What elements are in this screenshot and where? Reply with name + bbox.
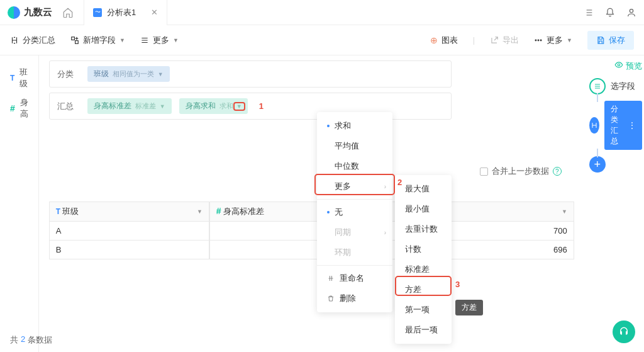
chevron-down-icon: ▼ xyxy=(567,37,572,43)
tab-analysis1[interactable]: 〜 分析表1 ✕ xyxy=(84,0,167,25)
plus-icon[interactable]: + xyxy=(589,156,606,173)
user-icon[interactable] xyxy=(626,8,636,18)
dd-stddev[interactable]: 标准差 xyxy=(395,259,452,280)
svg-point-6 xyxy=(618,64,620,66)
record-count: 共 2 条数据 xyxy=(10,334,52,346)
aggregation-dropdown: 求和 平均值 中位数 更多› 无 同期› 环期 重命名 删除 xyxy=(317,112,392,312)
preview-button[interactable]: 预览 xyxy=(589,60,642,72)
count-value: 2 xyxy=(21,334,25,346)
export-label: 导出 xyxy=(502,35,519,46)
help-icon[interactable]: ? xyxy=(553,167,562,176)
merge-label: 合并上一步数据 xyxy=(492,166,549,177)
close-icon[interactable]: ✕ xyxy=(151,8,158,17)
dd-median[interactable]: 中位数 xyxy=(317,156,392,176)
add-field-label: 新增字段 xyxy=(83,35,116,46)
chevron-down-icon[interactable]: ▼ xyxy=(236,103,242,110)
more-aggregation-dropdown: 最大值 最小值 去重计数 计数 标准差 方差 第一项 最后一项 xyxy=(395,175,452,344)
step-pill: 分类汇总 ⋮ xyxy=(604,101,642,150)
divider: | xyxy=(473,35,475,45)
chevron-down-icon[interactable]: ▼ xyxy=(158,71,164,77)
step-select-fields[interactable]: 选字段 xyxy=(589,78,642,94)
plus-icon: ⊕ xyxy=(430,35,438,45)
merge-previous-checkbox[interactable]: 合并上一步数据 ? xyxy=(480,166,562,177)
annotation-3: 3 xyxy=(455,280,460,289)
table-header-3[interactable]: ▼ xyxy=(436,202,574,222)
selected-dot-icon xyxy=(327,125,330,127)
save-label: 保存 xyxy=(609,35,625,46)
chip-sub: 标准差 xyxy=(135,101,156,111)
dd-variance[interactable]: 方差 xyxy=(395,280,452,300)
field-label: 身高 xyxy=(20,97,28,120)
more-label: 更多 xyxy=(153,35,169,46)
fields-panel: T 班级 # 身高 xyxy=(0,55,39,352)
dd-last[interactable]: 最后一项 xyxy=(395,320,452,340)
dd-max[interactable]: 最大值 xyxy=(395,179,452,199)
table-cell: B xyxy=(49,241,209,259)
variance-tooltip: 方差 xyxy=(455,300,483,315)
step-connector xyxy=(597,149,598,157)
dd-first[interactable]: 第一项 xyxy=(395,300,452,320)
chevron-right-icon: › xyxy=(384,183,386,190)
chevron-down-icon: ▼ xyxy=(173,37,179,43)
add-field-button[interactable]: 新增字段 ▼ xyxy=(70,35,125,46)
category-config-row: 分类 班级 相同值为一类 ▼ xyxy=(49,60,452,88)
summary-chip-sum[interactable]: 身高求和 求和 ▼ xyxy=(179,98,248,114)
brand-name: 九数云 xyxy=(24,6,52,18)
dd-delete[interactable]: 删除 xyxy=(317,288,392,309)
export-button[interactable]: 导出 xyxy=(490,35,519,46)
more-dots-icon[interactable]: ⋮ xyxy=(628,121,636,130)
table-cell: 696 xyxy=(436,241,574,259)
dd-rename[interactable]: 重命名 xyxy=(317,268,392,288)
checkbox-icon[interactable] xyxy=(480,167,488,176)
step-group-summary[interactable]: 分类汇总 ⋮ xyxy=(589,101,642,150)
group-summary-button[interactable]: 分类汇总 xyxy=(10,35,55,46)
chip-name: 身高求和 xyxy=(186,101,216,111)
step-connector xyxy=(597,93,598,102)
chat-fab[interactable] xyxy=(613,321,635,343)
bell-icon[interactable] xyxy=(605,8,615,18)
category-label: 分类 xyxy=(57,69,80,80)
dd-min[interactable]: 最小值 xyxy=(395,199,452,219)
dd-more[interactable]: 更多› xyxy=(317,176,392,196)
table-cell: A xyxy=(49,222,209,241)
more-button[interactable]: 更多 ▼ xyxy=(140,35,179,46)
number-type-icon: # xyxy=(10,103,15,113)
chevron-down-icon[interactable]: ▼ xyxy=(197,208,203,215)
chart-button[interactable]: ⊕ 图表 xyxy=(430,35,458,46)
top-right-icons xyxy=(584,8,636,18)
list-icon[interactable] xyxy=(584,8,594,18)
field-class[interactable]: T 班级 xyxy=(10,63,28,93)
dd-yoy: 同期› xyxy=(317,222,392,242)
step-label: 选字段 xyxy=(611,81,635,92)
dd-distinct[interactable]: 去重计数 xyxy=(395,219,452,239)
dd-mom: 环期 xyxy=(317,242,392,263)
chevron-down-icon[interactable]: ▼ xyxy=(160,103,165,110)
dd-avg[interactable]: 平均值 xyxy=(317,136,392,156)
dd-none[interactable]: 无 xyxy=(317,202,392,222)
table-header-class[interactable]: T 班级 ▼ xyxy=(49,202,209,222)
dd-sum[interactable]: 求和 xyxy=(317,116,392,136)
data-table: T 班级 ▼ # 身高标准差 ▼ A 700 B xyxy=(49,202,574,259)
dd-count[interactable]: 计数 xyxy=(395,239,452,259)
add-step-button[interactable]: + xyxy=(589,156,642,173)
field-height[interactable]: # 身高 xyxy=(10,93,28,123)
svg-point-5 xyxy=(540,40,541,41)
preview-label: 预览 xyxy=(626,60,642,72)
svg-point-0 xyxy=(630,9,633,12)
chip-sub: 求和 xyxy=(219,101,233,111)
category-chip[interactable]: 班级 相同值为一类 ▼ xyxy=(87,66,170,82)
chart-label: 图表 xyxy=(441,35,458,46)
summary-chip-stddev[interactable]: 身高标准差 标准差 ▼ xyxy=(87,98,172,114)
selected-dot-icon xyxy=(327,211,330,213)
save-button[interactable]: 保存 xyxy=(587,31,634,50)
divider xyxy=(317,265,392,266)
home-icon[interactable] xyxy=(62,7,74,18)
analysis-icon: 〜 xyxy=(93,8,102,17)
brand-logo-icon xyxy=(8,6,20,19)
svg-rect-1 xyxy=(72,37,75,40)
steps-panel: 预览 选字段 分类汇总 ⋮ + xyxy=(584,55,644,352)
svg-point-3 xyxy=(535,40,536,41)
group-summary-label: 分类汇总 xyxy=(23,35,55,46)
more2-button[interactable]: 更多 ▼ xyxy=(534,35,572,46)
chevron-down-icon[interactable]: ▼ xyxy=(562,208,567,215)
